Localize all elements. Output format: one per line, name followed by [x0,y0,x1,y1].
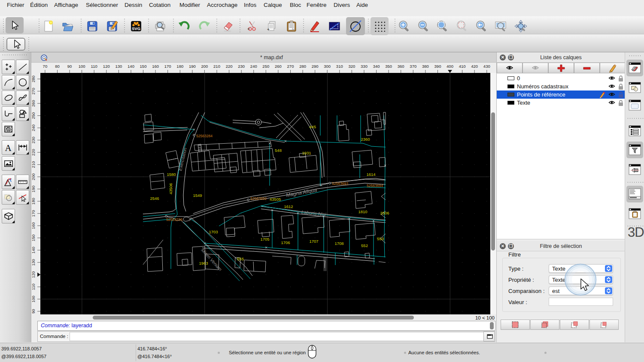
svg-text:350: 350 [385,64,392,69]
svg-text:130: 130 [115,64,122,69]
svg-text:1810: 1810 [358,209,367,214]
svg-text:190: 190 [189,64,196,69]
svg-text:1707: 1707 [309,239,318,244]
svg-text:+: + [247,27,250,31]
svg-text:120: 120 [103,64,110,69]
svg-text:420: 420 [471,64,478,69]
svg-text:130: 130 [31,259,36,266]
svg-text:260: 260 [31,100,36,107]
svg-text:270: 270 [287,64,294,69]
svg-text:90: 90 [31,309,36,314]
svg-text:70: 70 [43,64,48,69]
svg-text:100: 100 [79,64,85,69]
svg-text:230: 230 [238,64,245,69]
svg-text:552: 552 [361,243,368,248]
svg-text:240: 240 [31,124,36,131]
svg-text:1612: 1612 [284,204,293,209]
svg-text:400: 400 [447,64,453,69]
svg-text:260: 260 [275,64,282,69]
svg-text:360: 360 [398,64,404,69]
svg-text:220: 220 [31,149,36,156]
svg-text:290: 290 [312,64,319,69]
svg-text:310: 310 [336,64,343,69]
svg-text:+: + [267,27,270,32]
svg-text:A: A [5,143,12,152]
svg-text:100: 100 [31,296,36,302]
svg-text:300: 300 [324,64,331,69]
svg-text:1549: 1549 [193,193,202,198]
svg-text:230: 230 [31,137,36,144]
svg-text:550: 550 [377,236,384,241]
svg-text:43505: 43505 [270,197,281,202]
svg-text:110: 110 [91,64,97,69]
svg-text:210: 210 [213,64,220,69]
svg-text:150: 150 [31,235,36,241]
svg-text:52563692: 52563692 [250,196,267,201]
svg-text:2360: 2360 [361,137,370,142]
svg-text:1705: 1705 [260,237,269,241]
svg-text:250: 250 [31,112,36,119]
svg-text:280: 280 [31,75,36,82]
svg-text:240: 240 [250,64,257,69]
svg-text:445: 445 [309,124,316,129]
svg-text:340: 340 [373,64,380,69]
svg-text:160: 160 [152,64,159,69]
svg-text:2506: 2506 [380,211,389,215]
svg-text:320: 320 [348,64,355,69]
svg-text:1580: 1580 [167,172,176,177]
svg-text:170: 170 [31,210,36,217]
svg-text:1706: 1706 [281,240,290,245]
svg-text:200: 200 [201,64,208,69]
svg-text:140: 140 [128,64,134,69]
svg-text:180: 180 [31,198,36,205]
svg-text:430: 430 [483,64,490,69]
svg-text:2546: 2546 [150,196,159,201]
svg-text:250: 250 [262,64,269,69]
svg-text:410: 410 [459,64,466,69]
svg-text:52563694: 52563694 [367,184,383,188]
svg-text:1708: 1708 [334,241,343,246]
svg-text:1703: 1703 [209,229,218,234]
svg-text:190: 190 [31,186,36,193]
svg-text:1931: 1931 [302,151,311,155]
svg-text:548: 548 [275,148,282,153]
svg-text:140: 140 [31,247,36,253]
svg-text:1963: 1963 [199,261,208,265]
svg-text:90: 90 [67,64,72,69]
svg-text:390: 390 [434,64,441,69]
svg-text:80: 80 [55,64,60,69]
svg-text:SVG: SVG [132,26,140,31]
svg-text:52563693: 52563693 [332,181,348,186]
svg-text:330: 330 [361,64,368,69]
svg-text:110: 110 [31,284,36,290]
svg-text:180: 180 [176,64,183,69]
svg-text:210: 210 [31,161,36,168]
svg-text:43506: 43506 [168,183,173,194]
svg-text:160: 160 [31,222,36,229]
svg-text:220: 220 [226,64,233,69]
svg-text:52563284: 52563284 [196,134,213,138]
svg-text:170: 170 [164,64,171,69]
svg-text:380: 380 [422,64,429,69]
svg-text:270: 270 [31,88,36,95]
svg-text:200: 200 [31,173,36,180]
svg-text:120: 120 [31,271,36,278]
svg-text:555: 555 [237,256,244,261]
svg-text:370: 370 [410,64,416,69]
svg-text:280: 280 [299,64,306,69]
svg-text:52563236: 52563236 [166,217,182,222]
svg-text:150: 150 [140,64,147,69]
svg-text:1614: 1614 [366,172,375,177]
